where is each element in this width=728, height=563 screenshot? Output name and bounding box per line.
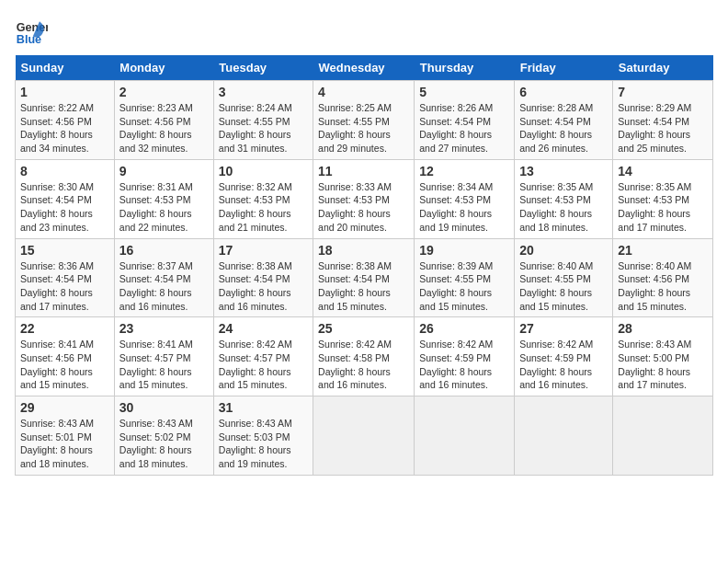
calendar-cell: 24Sunrise: 8:42 AM Sunset: 4:57 PM Dayli… <box>213 317 313 396</box>
day-number: 6 <box>519 85 608 99</box>
day-info: Sunrise: 8:41 AM Sunset: 4:56 PM Dayligh… <box>20 338 109 392</box>
calendar-cell: 22Sunrise: 8:41 AM Sunset: 4:56 PM Dayli… <box>16 317 115 396</box>
col-header-wednesday: Wednesday <box>313 55 415 81</box>
day-number: 2 <box>119 85 209 99</box>
day-number: 19 <box>419 243 509 258</box>
day-info: Sunrise: 8:22 AM Sunset: 4:56 PM Dayligh… <box>20 101 109 155</box>
calendar-cell <box>613 396 713 476</box>
calendar-cell: 11Sunrise: 8:33 AM Sunset: 4:53 PM Dayli… <box>313 159 415 238</box>
day-number: 12 <box>419 164 509 178</box>
calendar-cell: 15Sunrise: 8:36 AM Sunset: 4:54 PM Dayli… <box>16 238 115 317</box>
day-number: 3 <box>219 85 308 99</box>
day-info: Sunrise: 8:43 AM Sunset: 5:01 PM Dayligh… <box>20 417 109 471</box>
day-number: 15 <box>20 243 109 258</box>
day-number: 7 <box>618 85 708 99</box>
col-header-thursday: Thursday <box>415 55 515 81</box>
day-number: 27 <box>519 321 608 336</box>
day-number: 11 <box>318 164 409 178</box>
calendar-cell: 30Sunrise: 8:43 AM Sunset: 5:02 PM Dayli… <box>114 396 213 476</box>
day-number: 29 <box>20 400 109 415</box>
day-info: Sunrise: 8:28 AM Sunset: 4:54 PM Dayligh… <box>519 101 608 155</box>
day-number: 17 <box>219 243 308 258</box>
day-info: Sunrise: 8:32 AM Sunset: 4:53 PM Dayligh… <box>219 180 308 235</box>
week-row-1: 1Sunrise: 8:22 AM Sunset: 4:56 PM Daylig… <box>16 81 713 160</box>
calendar-cell: 23Sunrise: 8:41 AM Sunset: 4:57 PM Dayli… <box>114 317 213 396</box>
week-row-5: 29Sunrise: 8:43 AM Sunset: 5:01 PM Dayli… <box>16 396 713 476</box>
day-info: Sunrise: 8:30 AM Sunset: 4:54 PM Dayligh… <box>20 180 109 235</box>
calendar-cell: 2Sunrise: 8:23 AM Sunset: 4:56 PM Daylig… <box>114 81 213 160</box>
calendar-cell: 25Sunrise: 8:42 AM Sunset: 4:58 PM Dayli… <box>313 317 415 396</box>
day-number: 13 <box>519 164 608 178</box>
day-number: 9 <box>119 164 209 178</box>
calendar-cell: 29Sunrise: 8:43 AM Sunset: 5:01 PM Dayli… <box>16 396 115 476</box>
week-row-4: 22Sunrise: 8:41 AM Sunset: 4:56 PM Dayli… <box>16 317 713 396</box>
day-info: Sunrise: 8:24 AM Sunset: 4:55 PM Dayligh… <box>219 101 308 155</box>
calendar-table: SundayMondayTuesdayWednesdayThursdayFrid… <box>15 55 713 476</box>
calendar-cell: 27Sunrise: 8:42 AM Sunset: 4:59 PM Dayli… <box>515 317 613 396</box>
day-number: 21 <box>618 243 708 258</box>
day-number: 31 <box>219 400 308 415</box>
calendar-cell: 4Sunrise: 8:25 AM Sunset: 4:55 PM Daylig… <box>313 81 415 160</box>
day-number: 14 <box>618 164 708 178</box>
day-info: Sunrise: 8:34 AM Sunset: 4:53 PM Dayligh… <box>419 180 509 235</box>
calendar-cell: 17Sunrise: 8:38 AM Sunset: 4:54 PM Dayli… <box>213 238 313 317</box>
calendar-cell: 14Sunrise: 8:35 AM Sunset: 4:53 PM Dayli… <box>613 159 713 238</box>
day-number: 22 <box>20 321 109 336</box>
day-info: Sunrise: 8:40 AM Sunset: 4:55 PM Dayligh… <box>519 259 608 314</box>
day-info: Sunrise: 8:43 AM Sunset: 5:02 PM Dayligh… <box>119 417 209 471</box>
calendar-cell: 19Sunrise: 8:39 AM Sunset: 4:55 PM Dayli… <box>415 238 515 317</box>
logo-icon: General Blue <box>15 15 48 48</box>
day-number: 10 <box>219 164 308 178</box>
day-info: Sunrise: 8:42 AM Sunset: 4:57 PM Dayligh… <box>219 338 308 392</box>
day-number: 1 <box>20 85 109 99</box>
calendar-cell: 28Sunrise: 8:43 AM Sunset: 5:00 PM Dayli… <box>613 317 713 396</box>
day-info: Sunrise: 8:42 AM Sunset: 4:58 PM Dayligh… <box>318 338 409 392</box>
day-info: Sunrise: 8:38 AM Sunset: 4:54 PM Dayligh… <box>219 259 308 314</box>
day-info: Sunrise: 8:33 AM Sunset: 4:53 PM Dayligh… <box>318 180 409 235</box>
calendar-cell <box>515 396 613 476</box>
day-number: 24 <box>219 321 308 336</box>
calendar-cell: 21Sunrise: 8:40 AM Sunset: 4:56 PM Dayli… <box>613 238 713 317</box>
day-info: Sunrise: 8:29 AM Sunset: 4:54 PM Dayligh… <box>618 101 708 155</box>
day-number: 16 <box>119 243 209 258</box>
day-info: Sunrise: 8:42 AM Sunset: 4:59 PM Dayligh… <box>419 338 509 392</box>
day-number: 5 <box>419 85 509 99</box>
week-row-3: 15Sunrise: 8:36 AM Sunset: 4:54 PM Dayli… <box>16 238 713 317</box>
calendar-cell <box>313 396 415 476</box>
day-info: Sunrise: 8:35 AM Sunset: 4:53 PM Dayligh… <box>618 180 708 235</box>
col-header-saturday: Saturday <box>613 55 713 81</box>
day-info: Sunrise: 8:23 AM Sunset: 4:56 PM Dayligh… <box>119 101 209 155</box>
day-number: 23 <box>119 321 209 336</box>
col-header-sunday: Sunday <box>16 55 115 81</box>
logo: General Blue <box>15 15 51 48</box>
day-number: 30 <box>119 400 209 415</box>
calendar-cell: 3Sunrise: 8:24 AM Sunset: 4:55 PM Daylig… <box>213 81 313 160</box>
calendar-cell: 6Sunrise: 8:28 AM Sunset: 4:54 PM Daylig… <box>515 81 613 160</box>
week-row-2: 8Sunrise: 8:30 AM Sunset: 4:54 PM Daylig… <box>16 159 713 238</box>
day-number: 20 <box>519 243 608 258</box>
day-number: 26 <box>419 321 509 336</box>
calendar-cell: 9Sunrise: 8:31 AM Sunset: 4:53 PM Daylig… <box>114 159 213 238</box>
day-number: 8 <box>20 164 109 178</box>
calendar-cell <box>415 396 515 476</box>
day-info: Sunrise: 8:31 AM Sunset: 4:53 PM Dayligh… <box>119 180 209 235</box>
day-info: Sunrise: 8:41 AM Sunset: 4:57 PM Dayligh… <box>119 338 209 392</box>
day-number: 28 <box>618 321 708 336</box>
calendar-cell: 13Sunrise: 8:35 AM Sunset: 4:53 PM Dayli… <box>515 159 613 238</box>
calendar-cell: 26Sunrise: 8:42 AM Sunset: 4:59 PM Dayli… <box>415 317 515 396</box>
day-info: Sunrise: 8:39 AM Sunset: 4:55 PM Dayligh… <box>419 259 509 314</box>
col-header-friday: Friday <box>515 55 613 81</box>
calendar-cell: 31Sunrise: 8:43 AM Sunset: 5:03 PM Dayli… <box>213 396 313 476</box>
day-info: Sunrise: 8:35 AM Sunset: 4:53 PM Dayligh… <box>519 180 608 235</box>
day-info: Sunrise: 8:26 AM Sunset: 4:54 PM Dayligh… <box>419 101 509 155</box>
calendar-cell: 5Sunrise: 8:26 AM Sunset: 4:54 PM Daylig… <box>415 81 515 160</box>
page-header: General Blue <box>15 15 713 48</box>
day-info: Sunrise: 8:37 AM Sunset: 4:54 PM Dayligh… <box>119 259 209 314</box>
day-number: 25 <box>318 321 409 336</box>
day-info: Sunrise: 8:36 AM Sunset: 4:54 PM Dayligh… <box>20 259 109 314</box>
day-number: 18 <box>318 243 409 258</box>
day-info: Sunrise: 8:38 AM Sunset: 4:54 PM Dayligh… <box>318 259 409 314</box>
calendar-cell: 10Sunrise: 8:32 AM Sunset: 4:53 PM Dayli… <box>213 159 313 238</box>
calendar-cell: 20Sunrise: 8:40 AM Sunset: 4:55 PM Dayli… <box>515 238 613 317</box>
column-headers: SundayMondayTuesdayWednesdayThursdayFrid… <box>16 55 713 81</box>
